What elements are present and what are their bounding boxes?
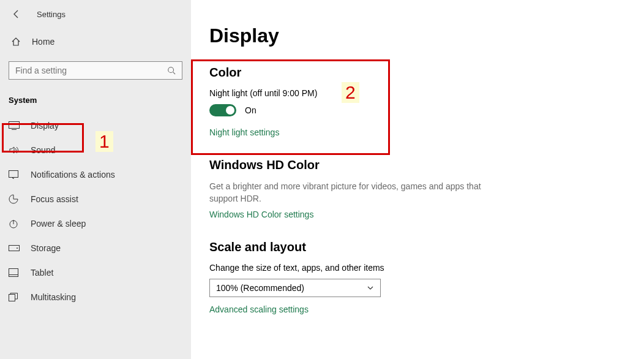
svg-rect-1 <box>9 122 20 129</box>
svg-rect-2 <box>9 171 18 178</box>
scale-section-title: Scale and layout <box>209 240 620 254</box>
storage-icon <box>9 245 22 251</box>
hdcolor-section-title: Windows HD Color <box>209 158 620 172</box>
notifications-icon <box>9 170 22 179</box>
scale-size-value: 100% (Recommended) <box>216 283 304 293</box>
page-title: Display <box>209 25 620 47</box>
sidebar-item-sound[interactable]: Sound <box>0 138 191 162</box>
sidebar-item-home[interactable]: Home <box>0 31 191 53</box>
night-light-toggle-row: On <box>209 104 620 116</box>
search-icon <box>167 66 176 75</box>
advanced-scaling-link[interactable]: Advanced scaling settings <box>209 304 620 314</box>
multitasking-icon <box>9 293 22 301</box>
color-section: Color Night light (off until 9:00 PM) On… <box>209 66 620 137</box>
svg-rect-7 <box>9 295 15 301</box>
sidebar-item-label: Notifications & actions <box>31 170 115 180</box>
display-icon <box>9 121 22 130</box>
sidebar-item-storage[interactable]: Storage <box>0 236 191 260</box>
night-light-toggle[interactable] <box>209 104 236 116</box>
night-light-toggle-state: On <box>245 105 256 115</box>
hdcolor-section: Windows HD Color Get a brighter and more… <box>209 158 620 219</box>
hdcolor-description: Get a brighter and more vibrant picture … <box>209 181 491 205</box>
home-label: Home <box>32 37 54 47</box>
svg-point-0 <box>168 67 174 73</box>
sidebar-item-tablet[interactable]: Tablet <box>0 260 191 285</box>
svg-point-5 <box>17 248 18 249</box>
sidebar-item-label: Tablet <box>31 268 53 278</box>
svg-rect-6 <box>9 269 18 277</box>
sound-icon <box>9 146 22 154</box>
color-section-title: Color <box>209 66 620 80</box>
search-box[interactable] <box>9 61 182 80</box>
tablet-icon <box>9 268 22 277</box>
focus-assist-icon <box>9 194 22 204</box>
chevron-down-icon <box>367 284 374 292</box>
main-content: Display Color Night light (off until 9:0… <box>191 0 644 359</box>
sidebar-item-multitasking[interactable]: Multitasking <box>0 285 191 309</box>
sidebar-item-notifications[interactable]: Notifications & actions <box>0 162 191 187</box>
home-icon <box>11 37 22 47</box>
hdcolor-settings-link[interactable]: Windows HD Color settings <box>209 210 620 219</box>
sidebar-item-label: Power & sleep <box>31 219 86 229</box>
power-icon <box>9 219 22 229</box>
sidebar-group-label: System <box>0 92 191 113</box>
header-row: Settings <box>0 6 191 31</box>
sidebar-item-label: Sound <box>31 145 55 155</box>
sidebar: Settings Home System Display Sound Notif… <box>0 0 191 359</box>
scale-size-label: Change the size of text, apps, and other… <box>209 263 620 273</box>
night-light-settings-link[interactable]: Night light settings <box>209 127 620 137</box>
sidebar-item-label: Focus assist <box>31 194 78 204</box>
scale-size-dropdown[interactable]: 100% (Recommended) <box>209 279 381 297</box>
sidebar-item-label: Multitasking <box>31 292 76 302</box>
sidebar-item-label: Display <box>31 121 59 130</box>
sidebar-item-label: Storage <box>31 243 61 253</box>
scale-section: Scale and layout Change the size of text… <box>209 240 620 314</box>
back-arrow-icon[interactable] <box>11 9 22 20</box>
sidebar-item-power-sleep[interactable]: Power & sleep <box>0 211 191 236</box>
night-light-label: Night light (off until 9:00 PM) <box>209 88 620 98</box>
window-title: Settings <box>37 10 66 19</box>
sidebar-item-focus-assist[interactable]: Focus assist <box>0 187 191 211</box>
search-input[interactable] <box>15 66 167 75</box>
sidebar-item-display[interactable]: Display <box>0 113 191 138</box>
